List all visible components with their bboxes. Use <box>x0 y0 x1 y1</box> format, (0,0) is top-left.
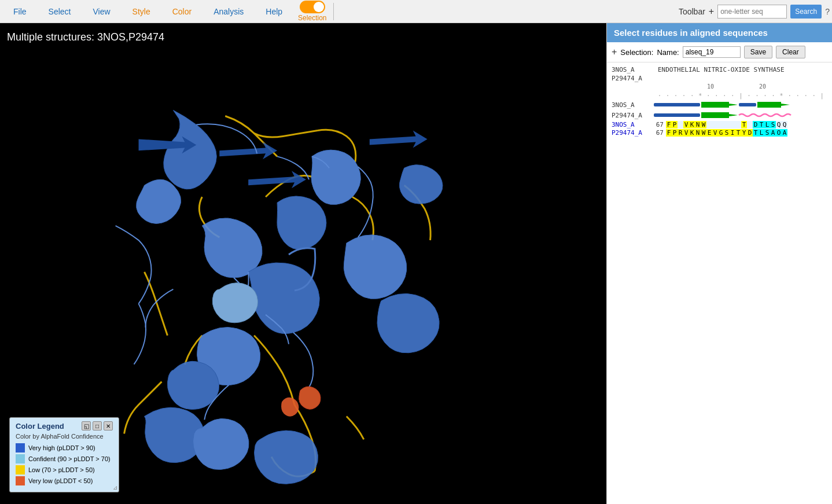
toolbar-area: Toolbar + Search ? <box>679 5 830 19</box>
protein-viewer[interactable]: Multiple structures: 3NOS,P29474 <box>0 23 606 504</box>
res-p29474-18[interactable]: A <box>770 129 776 137</box>
res-3nos-15[interactable]: D <box>753 121 759 128</box>
legend-item-very-high: Very high (pLDDT > 90) <box>16 443 113 453</box>
selection-label: Selection <box>298 14 326 22</box>
legend-title: Color Legend <box>16 422 64 431</box>
seq-residues-3nos[interactable]: F P V K N W T D T <box>666 121 787 128</box>
res-3nos-2[interactable] <box>678 121 683 128</box>
struct-row-3nos: 3NOS_A <box>612 100 827 109</box>
res-3nos-10[interactable] <box>724 121 730 128</box>
res-p29474-0[interactable]: F <box>666 129 672 137</box>
clear-button[interactable]: Clear <box>776 46 805 58</box>
save-button[interactable]: Save <box>744 46 772 58</box>
res-p29474-12[interactable]: T <box>735 129 741 137</box>
res-p29474-16[interactable]: L <box>759 129 764 137</box>
res-p29474-4[interactable]: K <box>689 129 695 137</box>
legend-controls: ◱ □ ✕ <box>82 421 113 431</box>
res-p29474-1[interactable]: P <box>672 129 678 137</box>
ruler-10: 10 <box>707 83 714 90</box>
menu-view[interactable]: View <box>82 3 121 20</box>
menu-select[interactable]: Select <box>38 3 82 20</box>
res-3nos-5[interactable]: N <box>695 121 701 128</box>
res-3nos-1[interactable]: P <box>672 121 678 128</box>
res-p29474-17[interactable]: S <box>764 129 770 137</box>
res-p29474-6[interactable]: W <box>701 129 706 137</box>
res-p29474-19[interactable]: O <box>776 129 782 137</box>
res-3nos-0[interactable]: F <box>666 121 672 128</box>
res-p29474-5[interactable]: N <box>695 129 701 137</box>
struct-svg-p29474 <box>654 111 827 119</box>
legend-expand-btn[interactable]: □ <box>93 421 102 431</box>
menu-analysis[interactable]: Analysis <box>203 3 255 20</box>
seq-number-3nos: 67 <box>651 121 664 128</box>
struct-row-p29474: P29474_A <box>612 111 827 120</box>
struct-chain-name-3nos: 3NOS_A <box>612 101 654 109</box>
struct-visual-p29474 <box>654 111 827 119</box>
res-3nos-14[interactable] <box>747 121 753 128</box>
search-button[interactable]: Search <box>790 5 822 19</box>
res-3nos-20[interactable]: Q <box>782 121 787 128</box>
legend-label-confident: Confident (90 > pLDDT > 70) <box>28 455 111 462</box>
res-p29474-3[interactable]: V <box>683 129 689 137</box>
toolbar-separator <box>333 3 334 20</box>
sequence-search-input[interactable] <box>717 5 787 19</box>
toolbar-label: Toolbar <box>679 7 705 16</box>
res-p29474-11[interactable]: I <box>730 129 735 137</box>
res-3nos-6[interactable]: W <box>701 121 706 128</box>
selection-toggle-area: Selection <box>298 1 326 22</box>
sequence-alignment-container[interactable]: 3NOS_A ENDOTHELIAL NITRIC-OXIDE SYNTHASE… <box>607 62 832 504</box>
seq-ruler: 10 20 <box>658 83 827 91</box>
res-3nos-19[interactable]: Q <box>776 121 782 128</box>
main-container: Multiple structures: 3NOS,P29474 <box>0 23 832 504</box>
res-3nos-17[interactable]: L <box>764 121 770 128</box>
res-p29474-10[interactable]: S <box>724 129 730 137</box>
res-p29474-13[interactable]: Y <box>741 129 747 137</box>
legend-item-confident: Confident (90 > pLDDT > 70) <box>16 454 113 463</box>
seq-row-3nos[interactable]: 3NOS_A 67 F P V K N W T <box>612 121 827 128</box>
seq-dots: · · · · · * · · · · | · · · · * · · · · … <box>658 93 824 99</box>
res-p29474-15[interactable]: T <box>753 129 759 137</box>
menu-style[interactable]: Style <box>122 3 161 20</box>
help-icon[interactable]: ? <box>825 7 830 16</box>
right-panel: Select residues in aligned sequences + S… <box>606 23 832 504</box>
selection-name-input[interactable] <box>683 46 741 58</box>
res-p29474-14[interactable]: D <box>747 129 753 137</box>
seq-row-p29474[interactable]: P29474_A 67 F P R V K N W E V G S I T Y <box>612 129 827 137</box>
menu-color[interactable]: Color <box>161 3 203 20</box>
res-3nos-8[interactable] <box>712 121 718 128</box>
chain-description-p29474 <box>658 75 827 82</box>
legend-minimize-btn[interactable]: ◱ <box>82 421 91 431</box>
toolbar-plus[interactable]: + <box>709 6 714 17</box>
legend-resize-handle[interactable]: ⊿ <box>113 484 117 491</box>
legend-subtitle: Color by AlphaFold Confidence <box>16 433 113 440</box>
res-3nos-4[interactable]: K <box>689 121 695 128</box>
res-p29474-20[interactable]: A <box>782 129 787 137</box>
legend-item-low: Low (70 > pLDDT > 50) <box>16 465 113 474</box>
res-3nos-7[interactable] <box>706 121 712 128</box>
res-3nos-3[interactable]: V <box>683 121 689 128</box>
menu-help[interactable]: Help <box>255 3 293 20</box>
legend-color-low <box>16 465 25 474</box>
res-3nos-12[interactable] <box>735 121 741 128</box>
menu-bar: File Select View Style Color Analysis He… <box>0 0 832 23</box>
name-text-label: Name: <box>657 48 679 57</box>
legend-label-very-high: Very high (pLDDT > 90) <box>28 444 95 451</box>
legend-close-btn[interactable]: ✕ <box>104 421 113 431</box>
res-p29474-9[interactable]: G <box>718 129 724 137</box>
res-p29474-8[interactable]: V <box>712 129 718 137</box>
res-p29474-7[interactable]: E <box>706 129 712 137</box>
res-3nos-9[interactable] <box>718 121 724 128</box>
res-3nos-18[interactable]: S <box>770 121 776 128</box>
seq-residues-p29474[interactable]: F P R V K N W E V G S I T Y D T L <box>666 129 787 137</box>
menu-file[interactable]: File <box>2 3 38 20</box>
add-selection-icon[interactable]: + <box>612 47 617 57</box>
res-3nos-11[interactable] <box>730 121 735 128</box>
legend-color-very-low <box>16 476 25 485</box>
color-legend: Color Legend ◱ □ ✕ Color by AlphaFold Co… <box>9 417 119 492</box>
res-3nos-16[interactable]: T <box>759 121 764 128</box>
structure-title: Multiple structures: 3NOS,P29474 <box>7 31 164 43</box>
res-p29474-2[interactable]: R <box>678 129 683 137</box>
res-3nos-13[interactable]: T <box>741 121 747 128</box>
selection-toggle[interactable] <box>300 1 325 13</box>
legend-label-low: Low (70 > pLDDT > 50) <box>28 466 95 473</box>
